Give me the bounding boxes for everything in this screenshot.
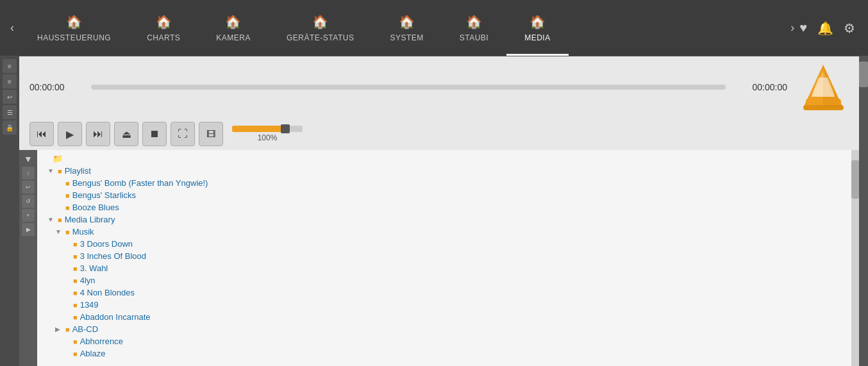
sidebar-icon-5[interactable]: 🔒: [3, 121, 17, 135]
nav-arrow-left[interactable]: ‹: [5, 21, 19, 35]
folder-icon-root: 📁: [53, 154, 63, 163]
volume-bar[interactable]: 100%: [232, 126, 303, 142]
pl-icon-1[interactable]: ↕: [22, 167, 35, 179]
nav-item-media[interactable]: 🏠 MEDIA: [506, 0, 569, 56]
medialibrary-label: Media Library: [65, 215, 115, 224]
list-item[interactable]: ■ Abhorrence: [63, 335, 846, 347]
volume-handle[interactable]: [281, 124, 290, 133]
nav-item-kamera[interactable]: 🏠 KAMERA: [198, 0, 269, 56]
prev-button[interactable]: ⏮: [29, 122, 54, 146]
next-button[interactable]: ⏭: [86, 122, 110, 146]
playlist-expand-icon[interactable]: ▼: [22, 153, 35, 165]
list-item[interactable]: ▼ ■ Media Library: [47, 213, 846, 226]
musik-label: Musik: [72, 227, 94, 237]
track-4lyn: 4lyn: [80, 276, 96, 285]
file-icon-4nonblondes: ■: [73, 289, 78, 297]
list-item[interactable]: ▼ ■ Playlist: [47, 165, 846, 177]
home-icon-system: 🏠: [399, 14, 415, 29]
list-item[interactable]: ■ 1349: [63, 299, 846, 311]
musik-arrow: ▼: [55, 228, 63, 235]
playlist-tree[interactable]: 📁 ▼ ■ Playlist ■ Bengus' Bomb (Faster th…: [37, 150, 851, 366]
volume-fill: [232, 126, 285, 132]
list-item[interactable]: ■ 4 Non Blondes: [63, 287, 846, 299]
list-item[interactable]: ■ Bengus' Starlicks: [55, 189, 846, 201]
file-icon-ablaze: ■: [73, 350, 78, 358]
pl-icon-4[interactable]: +: [22, 209, 35, 222]
file-icon-1349: ■: [73, 301, 78, 309]
main-scroll-thumb[interactable]: [859, 62, 868, 87]
pl-icon-5[interactable]: ▶: [22, 223, 35, 236]
playlist-label: Playlist: [65, 166, 91, 176]
track-abhorrence: Abhorrence: [80, 337, 123, 346]
sidebar-icon-4[interactable]: ☰: [3, 105, 17, 119]
track-ablaze: Ablaze: [80, 349, 106, 358]
home-icon-geraete: 🏠: [312, 14, 329, 29]
list-item[interactable]: ▶ ■ AB-CD: [55, 323, 846, 335]
top-navigation: ‹ 🏠 HAUSSTEUERUNG 🏠 CHARTS 🏠 KAMERA 🏠 GE…: [0, 0, 868, 56]
volume-percent: 100%: [232, 133, 303, 142]
track-4-non-blondes: 4 Non Blondes: [80, 288, 135, 297]
list-item[interactable]: ■ Bengus' Bomb (Faster than Yngwie!): [55, 177, 846, 189]
list-item[interactable]: ■ Ablaze: [63, 347, 846, 360]
playlist-arrow: ▼: [47, 167, 55, 174]
play-button[interactable]: ▶: [58, 122, 82, 146]
nav-arrow-right[interactable]: ›: [785, 21, 799, 35]
left-sidebar: ≡ ≡ ↩ ☰ 🔒: [0, 56, 19, 366]
seek-bar[interactable]: [91, 85, 726, 90]
nav-label-staubi: STAUBI: [460, 33, 488, 42]
nav-item-haussteuerung[interactable]: 🏠 HAUSSTEUERUNG: [19, 0, 129, 56]
sidebar-icon-3[interactable]: ↩: [3, 90, 17, 104]
main-content: ≡ ≡ ↩ ☰ 🔒 00:00:00 00:00:00: [0, 56, 868, 366]
list-item[interactable]: ■ 3 Inches Of Blood: [63, 250, 846, 262]
tree-root-folder[interactable]: 📁: [42, 153, 846, 165]
nav-item-staubi[interactable]: 🏠 STAUBI: [442, 0, 506, 56]
list-item[interactable]: ▼ ■ Musik: [55, 226, 846, 238]
file-icon-abhorrence: ■: [73, 338, 78, 345]
eject-button[interactable]: ⏏: [114, 122, 138, 146]
track-3-inches-of-blood: 3 Inches Of Blood: [80, 251, 146, 261]
nav-label-charts: CHARTS: [147, 33, 180, 42]
file-icon-2: ■: [65, 192, 70, 199]
list-item[interactable]: ■ Abaddon Incarnate: [63, 311, 846, 323]
nav-item-system[interactable]: 🏠 SYSTEM: [372, 0, 441, 56]
file-icon-3wahl: ■: [73, 265, 78, 272]
pl-icon-3[interactable]: ↺: [22, 195, 35, 208]
file-icon-abaddon: ■: [73, 313, 78, 321]
nav-items-container: 🏠 HAUSSTEUERUNG 🏠 CHARTS 🏠 KAMERA 🏠 GERÄ…: [19, 0, 785, 56]
medialibrary-arrow: ▼: [47, 216, 55, 223]
nav-label-haussteuerung: HAUSSTEUERUNG: [37, 33, 111, 42]
file-icon-4lyn: ■: [73, 277, 78, 285]
settings-icon[interactable]: ⚙: [844, 21, 855, 36]
file-icon-3inches: ■: [73, 253, 78, 260]
controls-row: ⏮ ▶ ⏭ ⏏ ⏹ ⛶ 🎞 100%: [19, 118, 859, 150]
track-3-wahl: 3. Wahl: [80, 263, 108, 273]
track-bengus-starlicks: Bengus' Starlicks: [72, 190, 136, 200]
nav-label-geraete: GERÄTE-STATUS: [287, 33, 354, 42]
time-elapsed: 00:00:00: [29, 82, 81, 92]
nav-item-geraete-status[interactable]: 🏠 GERÄTE-STATUS: [269, 0, 372, 56]
nav-label-media: MEDIA: [524, 33, 551, 42]
pl-icon-2[interactable]: ↩: [22, 181, 35, 194]
abcd-arrow: ▶: [55, 326, 63, 333]
fullscreen-button[interactable]: ⛶: [171, 122, 195, 146]
sidebar-icon-1[interactable]: ≡: [3, 59, 17, 73]
scrollbar-thumb[interactable]: [851, 160, 859, 199]
stop-button[interactable]: ⏹: [142, 122, 167, 146]
list-item[interactable]: ■ 3 Doors Down: [63, 238, 846, 250]
nav-right-icons: ♥ 🔔 ⚙: [799, 21, 863, 36]
bell-icon[interactable]: 🔔: [817, 21, 833, 36]
list-item[interactable]: ■ 4lyn: [63, 274, 846, 287]
film-button[interactable]: 🎞: [199, 122, 223, 146]
list-item[interactable]: ■ 3. Wahl: [63, 262, 846, 274]
main-scrollbar[interactable]: [859, 56, 868, 366]
heart-icon[interactable]: ♥: [799, 21, 807, 35]
playlist-scrollbar[interactable]: [851, 150, 859, 366]
nav-label-system: SYSTEM: [390, 33, 423, 42]
sidebar-icon-2[interactable]: ≡: [3, 74, 17, 88]
nav-item-charts[interactable]: 🏠 CHARTS: [129, 0, 198, 56]
playlist-section: ▼ ↕ ↩ ↺ + ▶ 📁 ▼ ■ Playlist: [19, 150, 859, 366]
player-area: 00:00:00 00:00:00: [19, 56, 859, 366]
volume-bar-bg: [232, 126, 303, 132]
list-item[interactable]: ■ Booze Blues: [55, 201, 846, 213]
seek-bar-container[interactable]: [91, 85, 726, 90]
